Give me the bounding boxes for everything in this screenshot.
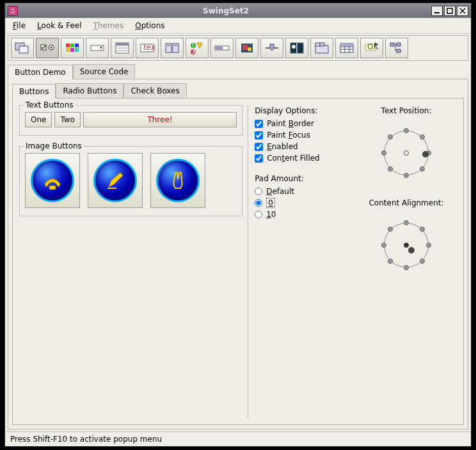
svg-rect-13 xyxy=(70,48,74,52)
svg-rect-57 xyxy=(49,186,56,189)
tab-source-code[interactable]: Source Code xyxy=(73,64,136,79)
text-buttons-group: Text Buttons One Two Three! xyxy=(19,105,242,136)
svg-rect-20 xyxy=(116,43,129,45)
tool-colorchooser[interactable] xyxy=(61,38,84,58)
menu-lookfeel[interactable]: Look & Feel xyxy=(35,20,84,31)
svg-rect-52 xyxy=(397,43,401,46)
button-two[interactable]: Two xyxy=(54,112,81,127)
tool-buttons[interactable] xyxy=(36,38,59,58)
svg-rect-5 xyxy=(19,46,28,53)
tool-slider[interactable] xyxy=(260,38,283,58)
sub-tabs: Buttons Radio Buttons Check Boxes xyxy=(12,83,464,98)
pad-amount: Pad Amount: Default 0 10 xyxy=(255,174,356,219)
pad-amount-label: Pad Amount: xyxy=(255,174,356,183)
svg-rect-9 xyxy=(66,44,70,47)
menu-themes[interactable]: Themes xyxy=(91,20,127,31)
svg-rect-42 xyxy=(320,43,324,46)
button-three[interactable]: Three! xyxy=(83,112,237,127)
status-bar: Press Shift-F10 to activate popup menu xyxy=(5,431,471,446)
right-column: Display Options: Paint Border Paint Focu… xyxy=(248,105,457,418)
display-options: Display Options: Paint Border Paint Focu… xyxy=(255,105,356,274)
svg-rect-34 xyxy=(242,45,248,50)
checkbox-content-filled[interactable] xyxy=(255,154,263,163)
svg-point-8 xyxy=(51,47,52,49)
svg-rect-11 xyxy=(75,44,79,47)
button-one[interactable]: One xyxy=(25,112,52,127)
tab-buttons[interactable]: Buttons xyxy=(12,84,56,99)
svg-rect-12 xyxy=(66,48,70,52)
tool-tooltip[interactable]: OK xyxy=(360,38,383,58)
titlebar: SwingSet2 xyxy=(5,3,471,18)
content-alignment-dial[interactable] xyxy=(377,216,435,274)
label-pad-default: Default xyxy=(266,187,294,196)
tool-list[interactable] xyxy=(111,38,134,58)
tool-scrollpane[interactable] xyxy=(235,38,258,58)
text-position-dial[interactable] xyxy=(377,124,435,182)
image-button-pen[interactable] xyxy=(88,153,143,208)
radio-pad-default[interactable] xyxy=(255,188,262,195)
tab-button-demo[interactable]: Button Demo xyxy=(8,65,73,79)
svg-rect-23 xyxy=(166,44,171,52)
svg-rect-32 xyxy=(215,46,223,50)
image-button-peace[interactable] xyxy=(150,153,205,208)
minimize-button[interactable] xyxy=(431,6,443,16)
close-button[interactable] xyxy=(457,6,468,16)
tool-optionpane[interactable]: ix xyxy=(186,38,209,58)
radio-pad-zero[interactable] xyxy=(255,199,262,207)
buttons-pane: Text Buttons One Two Three! Image Button… xyxy=(12,98,464,425)
label-pad-ten: 10 xyxy=(266,210,276,219)
tool-tabbedpane[interactable] xyxy=(310,38,333,58)
content-alignment-label: Content Alignment: xyxy=(369,198,443,207)
label-pad-zero: 0 xyxy=(266,198,275,208)
svg-text:OK: OK xyxy=(367,42,379,51)
radio-pad-ten[interactable] xyxy=(255,211,262,218)
tool-internalframes[interactable] xyxy=(11,38,34,58)
tool-combobox[interactable] xyxy=(86,38,109,58)
tool-table[interactable] xyxy=(335,38,358,58)
checkbox-paint-focus[interactable] xyxy=(255,131,263,140)
svg-text:x: x xyxy=(192,47,196,56)
tab-radio-buttons[interactable]: Radio Buttons xyxy=(56,83,123,98)
left-column: Text Buttons One Two Three! Image Button… xyxy=(19,105,248,418)
svg-point-39 xyxy=(292,45,296,49)
java-icon xyxy=(8,6,18,16)
svg-rect-40 xyxy=(315,45,328,53)
display-options-label: Display Options: xyxy=(255,106,356,115)
maximize-button[interactable] xyxy=(444,6,456,16)
menu-options[interactable]: Options xyxy=(132,20,167,31)
image-buttons-legend: Image Buttons xyxy=(24,141,84,150)
checkbox-paint-border[interactable] xyxy=(255,120,263,128)
image-button-phone[interactable] xyxy=(25,153,80,208)
svg-text:text: text xyxy=(143,43,156,52)
svg-rect-53 xyxy=(397,49,401,52)
checkbox-enabled[interactable] xyxy=(255,143,263,151)
svg-rect-24 xyxy=(173,44,178,52)
peace-icon xyxy=(156,159,200,202)
image-buttons-group: Image Buttons xyxy=(19,146,242,216)
label-enabled: Enabled xyxy=(267,142,298,151)
text-position-label: Text Position: xyxy=(381,106,432,115)
label-content-filled: Content Filled xyxy=(267,154,320,163)
tool-progressbar[interactable] xyxy=(210,38,234,58)
app-window: SwingSet2 File Look & Feel Themes Option… xyxy=(4,3,472,447)
svg-rect-14 xyxy=(75,48,79,52)
phone-icon xyxy=(31,159,74,202)
text-buttons-legend: Text Buttons xyxy=(24,100,75,109)
svg-rect-1 xyxy=(447,8,452,13)
svg-rect-41 xyxy=(315,43,320,46)
pen-icon xyxy=(93,159,137,202)
tool-textfield[interactable]: text xyxy=(136,38,159,58)
menu-file[interactable]: File xyxy=(10,20,28,31)
window-title: SwingSet2 xyxy=(22,6,430,15)
tool-splitpane[interactable] xyxy=(285,38,308,58)
tab-check-boxes[interactable]: Check Boxes xyxy=(123,83,186,98)
label-paint-focus: Paint Focus xyxy=(267,131,310,140)
tool-filechooser[interactable] xyxy=(161,38,184,58)
primary-tabs: Button Demo Source Code xyxy=(8,64,468,79)
toolbar: text ix OK xyxy=(8,35,468,61)
menubar: File Look & Feel Themes Options xyxy=(5,18,471,34)
svg-rect-51 xyxy=(390,43,394,46)
svg-point-35 xyxy=(248,47,251,51)
tool-tree[interactable] xyxy=(385,38,408,58)
svg-rect-10 xyxy=(70,44,74,47)
